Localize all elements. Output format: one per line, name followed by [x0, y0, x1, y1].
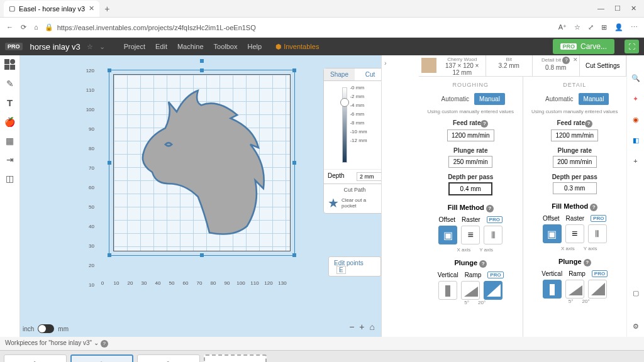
- resize-handle-w[interactable]: [108, 161, 111, 165]
- new-tab-button[interactable]: +: [104, 4, 109, 14]
- url-text[interactable]: https://easel.inventables.com/projects/z…: [57, 24, 256, 31]
- detail-bit-info[interactable]: Detail bit ? 0.8 mm ✕: [533, 55, 580, 76]
- project-title[interactable]: horse inlay v3: [30, 42, 80, 52]
- info-icon[interactable]: ?: [101, 340, 108, 348]
- zoom-home-icon[interactable]: ⌂: [370, 322, 375, 332]
- workpiece-thumb-1[interactable]: [4, 354, 67, 362]
- apps-tool-icon[interactable]: 🍎: [4, 117, 15, 127]
- roughing-depth-input[interactable]: 0.4 mm: [448, 182, 492, 195]
- resize-handle-ne[interactable]: [292, 69, 296, 72]
- preview-divider[interactable]: ›: [381, 55, 419, 337]
- favorite-icon[interactable]: ☆: [574, 23, 580, 31]
- detail-auto-button[interactable]: Automatic: [540, 93, 578, 105]
- info-icon[interactable]: ?: [562, 57, 570, 64]
- office-icon[interactable]: ◉: [633, 116, 639, 124]
- plunge-ramp20-icon[interactable]: [484, 281, 502, 300]
- info-icon[interactable]: ?: [479, 260, 487, 268]
- chevron-down-icon[interactable]: ⌄: [94, 339, 99, 346]
- depth-slider[interactable]: -0 mm-2 mm -4 mm-6 mm -8 mm-10 mm -12 mm: [324, 81, 381, 169]
- material-info[interactable]: Cherry Wood 137 × 120 × 12 mm: [439, 55, 486, 76]
- canvas-area[interactable]: 120110100 908070 605040 302010: [20, 55, 381, 337]
- zoom-out-icon[interactable]: −: [349, 322, 354, 332]
- menu-edit[interactable]: Edit: [152, 41, 171, 52]
- roughing-plunge-rate-input[interactable]: 250 mm/min: [448, 156, 492, 168]
- maximize-icon[interactable]: ☐: [614, 4, 621, 13]
- material-swatch[interactable]: [421, 58, 436, 73]
- detail-raster-y-icon[interactable]: ⦀: [588, 224, 607, 243]
- carve-button[interactable]: PRO Carve...: [553, 39, 614, 54]
- back-icon[interactable]: ←: [6, 23, 13, 31]
- collections-icon[interactable]: ⊞: [601, 23, 607, 31]
- raster-x-icon[interactable]: ≡: [461, 226, 480, 244]
- resize-handle-nw[interactable]: [108, 69, 111, 72]
- shapes-tool[interactable]: [4, 59, 16, 70]
- info-icon[interactable]: ?: [486, 205, 494, 212]
- brand-link[interactable]: ⬢ Inventables: [275, 43, 319, 51]
- depth-input[interactable]: [357, 172, 381, 181]
- detail-depth-input[interactable]: 0.3 mm: [553, 182, 597, 194]
- outlook-icon[interactable]: ◧: [633, 136, 639, 145]
- workpiece-thumb-2[interactable]: [70, 354, 133, 362]
- unit-switch[interactable]: [38, 324, 54, 333]
- menu-help[interactable]: Help: [243, 41, 265, 52]
- detail-plunge-vertical-icon[interactable]: [543, 280, 562, 299]
- box-tool-icon[interactable]: ◫: [6, 173, 14, 184]
- info-icon[interactable]: ?: [585, 120, 592, 128]
- plunge-ramp5-icon[interactable]: [461, 281, 480, 300]
- text-tool-icon[interactable]: T: [7, 97, 13, 108]
- settings-gear-icon[interactable]: ⚙: [633, 322, 639, 331]
- dropdown-icon[interactable]: ⌄: [99, 43, 105, 51]
- browser-tab[interactable]: ▢ Easel - horse inlay v3 ✕: [4, 1, 99, 17]
- tab-cut[interactable]: Cut: [355, 69, 381, 80]
- profile-icon[interactable]: 👤: [614, 23, 623, 31]
- info-icon[interactable]: ?: [584, 259, 591, 266]
- workpiece-thumb-3[interactable]: [137, 354, 200, 362]
- plunge-vertical-icon[interactable]: [438, 281, 457, 300]
- menu-icon[interactable]: ⋯: [631, 23, 638, 31]
- collapse-icon[interactable]: ›: [384, 59, 387, 67]
- detail-plunge-ramp20-icon[interactable]: [588, 280, 607, 299]
- sidebar-toggle-icon[interactable]: ▢: [633, 289, 639, 297]
- zoom-in-icon[interactable]: +: [359, 322, 364, 332]
- depth-marker[interactable]: [340, 98, 349, 107]
- resize-handle-e[interactable]: [292, 161, 296, 165]
- resize-handle-n[interactable]: [200, 69, 204, 72]
- read-aloud-icon[interactable]: A⁺: [558, 23, 567, 31]
- rotate-handle[interactable]: [200, 59, 204, 63]
- close-window-icon[interactable]: ✕: [631, 4, 636, 13]
- detail-raster-x-icon[interactable]: ≡: [565, 224, 584, 243]
- menu-project[interactable]: Project: [120, 41, 149, 52]
- detail-plunge-ramp5-icon[interactable]: [565, 280, 584, 299]
- home-icon[interactable]: ⌂: [34, 23, 38, 31]
- horse-shape[interactable]: [119, 79, 283, 249]
- favorite-project-icon[interactable]: ☆: [87, 43, 93, 51]
- roughing-feed-rate-input[interactable]: 1200 mm/min: [447, 129, 494, 141]
- pocket-icon[interactable]: ★: [328, 195, 339, 211]
- library-tool-icon[interactable]: ▦: [6, 136, 14, 146]
- close-tab-icon[interactable]: ✕: [89, 4, 94, 13]
- detail-offset-method-icon[interactable]: ▣: [543, 224, 562, 243]
- copilot-icon[interactable]: ✦: [633, 95, 638, 103]
- fullscreen-button[interactable]: ⛶: [625, 40, 639, 53]
- search-icon[interactable]: 🔍: [631, 74, 640, 82]
- edit-points-button[interactable]: Edit points E: [328, 256, 381, 277]
- roughing-auto-button[interactable]: Automatic: [436, 93, 474, 105]
- detail-plunge-rate-input[interactable]: 200 mm/min: [553, 156, 597, 168]
- info-icon[interactable]: ?: [590, 204, 597, 211]
- bit-info[interactable]: Bit 3.2 mm: [486, 55, 533, 76]
- menu-machine[interactable]: Machine: [174, 41, 208, 52]
- resize-handle-sw[interactable]: [108, 253, 111, 257]
- raster-y-icon[interactable]: ⦀: [484, 226, 502, 244]
- remove-detail-bit-icon[interactable]: ✕: [573, 57, 578, 63]
- import-tool-icon[interactable]: ⇥: [6, 155, 14, 165]
- menu-toolbox[interactable]: Toolbox: [210, 41, 242, 52]
- detail-feed-rate-input[interactable]: 1200 mm/min: [551, 129, 598, 141]
- sync-icon[interactable]: ⤢: [588, 23, 594, 31]
- minimize-icon[interactable]: —: [597, 4, 604, 13]
- refresh-icon[interactable]: ⟳: [21, 23, 26, 31]
- tab-shape[interactable]: Shape: [324, 69, 355, 80]
- cut-settings-button[interactable]: Cut Settings: [580, 55, 627, 76]
- info-icon[interactable]: ?: [480, 120, 488, 128]
- unit-toggle[interactable]: inch mm: [23, 324, 69, 333]
- add-sidebar-icon[interactable]: +: [633, 157, 637, 165]
